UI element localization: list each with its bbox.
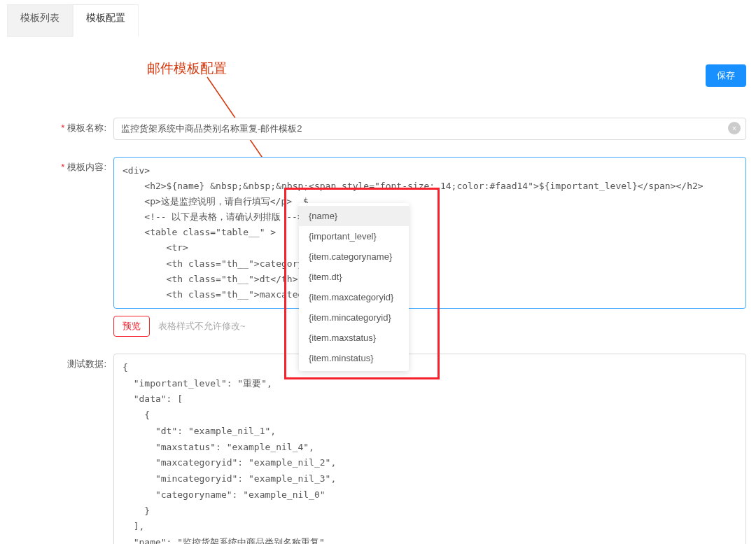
autocomplete-item[interactable]: {important_level} <box>299 226 409 246</box>
tab-template-list[interactable]: 模板列表 <box>7 4 73 37</box>
template-content-textarea[interactable]: <div> <h2>${name} &nbsp;&nbsp;&nbsp;<spa… <box>113 157 746 309</box>
label-template-content: 模板内容: <box>0 157 113 174</box>
template-name-input[interactable] <box>113 118 746 140</box>
callout-title: 邮件模板配置 <box>147 60 227 78</box>
label-test-data: 测试数据: <box>0 354 113 370</box>
test-data-textarea[interactable]: { "important_level": "重要", "data": [ { "… <box>113 354 746 544</box>
autocomplete-item[interactable]: {item.maxstatus} <box>299 328 409 348</box>
label-template-name: 模板名称: <box>0 118 113 134</box>
preview-button[interactable]: 预览 <box>113 316 150 337</box>
content-hint: 表格样式不允许修改~ <box>158 320 246 333</box>
save-button[interactable]: 保存 <box>706 64 746 87</box>
autocomplete-item[interactable]: {name} <box>299 206 409 226</box>
autocomplete-item[interactable]: {item.maxcategoryid} <box>299 287 409 307</box>
autocomplete-item[interactable]: {item.dt} <box>299 267 409 287</box>
tabs-bar: 模板列表 模板配置 <box>0 0 756 38</box>
row-template-name: 模板名称: × <box>0 118 746 140</box>
autocomplete-item[interactable]: {item.mincategoryid} <box>299 307 409 328</box>
autocomplete-dropdown: {name} {important_level} {item.categoryn… <box>299 203 409 371</box>
clear-icon[interactable]: × <box>728 122 741 134</box>
tab-template-config[interactable]: 模板配置 <box>73 4 139 37</box>
autocomplete-item[interactable]: {item.minstatus} <box>299 348 409 368</box>
autocomplete-item[interactable]: {item.categoryname} <box>299 246 409 267</box>
row-test-data: 测试数据: { "important_level": "重要", "data":… <box>0 354 746 544</box>
